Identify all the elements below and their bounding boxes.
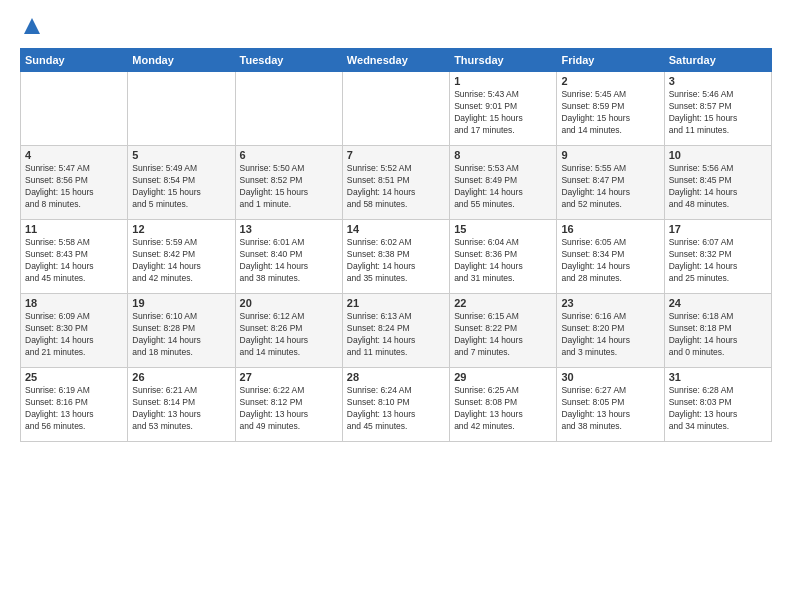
day-info: Sunrise: 5:56 AM Sunset: 8:45 PM Dayligh…	[669, 163, 767, 211]
day-info: Sunrise: 5:52 AM Sunset: 8:51 PM Dayligh…	[347, 163, 445, 211]
day-info: Sunrise: 5:59 AM Sunset: 8:42 PM Dayligh…	[132, 237, 230, 285]
header	[20, 16, 772, 36]
day-number: 3	[669, 75, 767, 87]
day-number: 10	[669, 149, 767, 161]
day-cell: 12Sunrise: 5:59 AM Sunset: 8:42 PM Dayli…	[128, 220, 235, 294]
day-number: 24	[669, 297, 767, 309]
day-number: 7	[347, 149, 445, 161]
day-number: 31	[669, 371, 767, 383]
day-info: Sunrise: 5:46 AM Sunset: 8:57 PM Dayligh…	[669, 89, 767, 137]
day-number: 4	[25, 149, 123, 161]
svg-marker-0	[24, 18, 40, 34]
day-number: 8	[454, 149, 552, 161]
day-info: Sunrise: 5:53 AM Sunset: 8:49 PM Dayligh…	[454, 163, 552, 211]
day-cell: 22Sunrise: 6:15 AM Sunset: 8:22 PM Dayli…	[450, 294, 557, 368]
day-number: 9	[561, 149, 659, 161]
day-info: Sunrise: 6:05 AM Sunset: 8:34 PM Dayligh…	[561, 237, 659, 285]
day-cell: 15Sunrise: 6:04 AM Sunset: 8:36 PM Dayli…	[450, 220, 557, 294]
day-cell: 24Sunrise: 6:18 AM Sunset: 8:18 PM Dayli…	[664, 294, 771, 368]
day-cell: 13Sunrise: 6:01 AM Sunset: 8:40 PM Dayli…	[235, 220, 342, 294]
day-cell: 21Sunrise: 6:13 AM Sunset: 8:24 PM Dayli…	[342, 294, 449, 368]
day-cell: 10Sunrise: 5:56 AM Sunset: 8:45 PM Dayli…	[664, 146, 771, 220]
day-number: 16	[561, 223, 659, 235]
day-info: Sunrise: 6:21 AM Sunset: 8:14 PM Dayligh…	[132, 385, 230, 433]
day-number: 6	[240, 149, 338, 161]
weekday-header-tuesday: Tuesday	[235, 49, 342, 72]
day-info: Sunrise: 6:28 AM Sunset: 8:03 PM Dayligh…	[669, 385, 767, 433]
day-cell: 26Sunrise: 6:21 AM Sunset: 8:14 PM Dayli…	[128, 368, 235, 442]
day-number: 11	[25, 223, 123, 235]
day-cell: 29Sunrise: 6:25 AM Sunset: 8:08 PM Dayli…	[450, 368, 557, 442]
day-info: Sunrise: 5:55 AM Sunset: 8:47 PM Dayligh…	[561, 163, 659, 211]
day-cell	[342, 72, 449, 146]
day-number: 5	[132, 149, 230, 161]
logo	[20, 16, 42, 36]
day-info: Sunrise: 5:58 AM Sunset: 8:43 PM Dayligh…	[25, 237, 123, 285]
day-info: Sunrise: 6:24 AM Sunset: 8:10 PM Dayligh…	[347, 385, 445, 433]
day-number: 30	[561, 371, 659, 383]
logo-icon	[22, 16, 42, 36]
day-info: Sunrise: 6:27 AM Sunset: 8:05 PM Dayligh…	[561, 385, 659, 433]
day-info: Sunrise: 5:45 AM Sunset: 8:59 PM Dayligh…	[561, 89, 659, 137]
day-cell	[235, 72, 342, 146]
weekday-header-sunday: Sunday	[21, 49, 128, 72]
weekday-header-thursday: Thursday	[450, 49, 557, 72]
day-cell: 3Sunrise: 5:46 AM Sunset: 8:57 PM Daylig…	[664, 72, 771, 146]
week-row-1: 1Sunrise: 5:43 AM Sunset: 9:01 PM Daylig…	[21, 72, 772, 146]
day-cell: 2Sunrise: 5:45 AM Sunset: 8:59 PM Daylig…	[557, 72, 664, 146]
day-info: Sunrise: 6:09 AM Sunset: 8:30 PM Dayligh…	[25, 311, 123, 359]
day-number: 2	[561, 75, 659, 87]
day-cell: 5Sunrise: 5:49 AM Sunset: 8:54 PM Daylig…	[128, 146, 235, 220]
week-row-4: 18Sunrise: 6:09 AM Sunset: 8:30 PM Dayli…	[21, 294, 772, 368]
day-number: 18	[25, 297, 123, 309]
day-info: Sunrise: 6:12 AM Sunset: 8:26 PM Dayligh…	[240, 311, 338, 359]
page: SundayMondayTuesdayWednesdayThursdayFrid…	[0, 0, 792, 452]
day-cell: 31Sunrise: 6:28 AM Sunset: 8:03 PM Dayli…	[664, 368, 771, 442]
day-number: 26	[132, 371, 230, 383]
day-number: 12	[132, 223, 230, 235]
day-number: 28	[347, 371, 445, 383]
weekday-header-monday: Monday	[128, 49, 235, 72]
day-info: Sunrise: 6:25 AM Sunset: 8:08 PM Dayligh…	[454, 385, 552, 433]
day-cell: 25Sunrise: 6:19 AM Sunset: 8:16 PM Dayli…	[21, 368, 128, 442]
calendar-table: SundayMondayTuesdayWednesdayThursdayFrid…	[20, 48, 772, 442]
day-number: 20	[240, 297, 338, 309]
day-info: Sunrise: 6:01 AM Sunset: 8:40 PM Dayligh…	[240, 237, 338, 285]
day-info: Sunrise: 5:47 AM Sunset: 8:56 PM Dayligh…	[25, 163, 123, 211]
week-row-3: 11Sunrise: 5:58 AM Sunset: 8:43 PM Dayli…	[21, 220, 772, 294]
day-info: Sunrise: 6:07 AM Sunset: 8:32 PM Dayligh…	[669, 237, 767, 285]
day-cell: 14Sunrise: 6:02 AM Sunset: 8:38 PM Dayli…	[342, 220, 449, 294]
day-number: 1	[454, 75, 552, 87]
day-info: Sunrise: 6:10 AM Sunset: 8:28 PM Dayligh…	[132, 311, 230, 359]
day-cell: 18Sunrise: 6:09 AM Sunset: 8:30 PM Dayli…	[21, 294, 128, 368]
day-number: 21	[347, 297, 445, 309]
day-number: 15	[454, 223, 552, 235]
day-number: 22	[454, 297, 552, 309]
day-cell: 11Sunrise: 5:58 AM Sunset: 8:43 PM Dayli…	[21, 220, 128, 294]
day-cell	[21, 72, 128, 146]
day-cell: 8Sunrise: 5:53 AM Sunset: 8:49 PM Daylig…	[450, 146, 557, 220]
day-cell: 16Sunrise: 6:05 AM Sunset: 8:34 PM Dayli…	[557, 220, 664, 294]
day-info: Sunrise: 5:50 AM Sunset: 8:52 PM Dayligh…	[240, 163, 338, 211]
weekday-header-saturday: Saturday	[664, 49, 771, 72]
day-info: Sunrise: 6:15 AM Sunset: 8:22 PM Dayligh…	[454, 311, 552, 359]
day-cell	[128, 72, 235, 146]
day-cell: 9Sunrise: 5:55 AM Sunset: 8:47 PM Daylig…	[557, 146, 664, 220]
day-info: Sunrise: 6:02 AM Sunset: 8:38 PM Dayligh…	[347, 237, 445, 285]
day-info: Sunrise: 6:18 AM Sunset: 8:18 PM Dayligh…	[669, 311, 767, 359]
week-row-5: 25Sunrise: 6:19 AM Sunset: 8:16 PM Dayli…	[21, 368, 772, 442]
day-cell: 7Sunrise: 5:52 AM Sunset: 8:51 PM Daylig…	[342, 146, 449, 220]
day-number: 17	[669, 223, 767, 235]
day-cell: 17Sunrise: 6:07 AM Sunset: 8:32 PM Dayli…	[664, 220, 771, 294]
day-cell: 23Sunrise: 6:16 AM Sunset: 8:20 PM Dayli…	[557, 294, 664, 368]
day-info: Sunrise: 6:22 AM Sunset: 8:12 PM Dayligh…	[240, 385, 338, 433]
day-cell: 30Sunrise: 6:27 AM Sunset: 8:05 PM Dayli…	[557, 368, 664, 442]
day-info: Sunrise: 5:43 AM Sunset: 9:01 PM Dayligh…	[454, 89, 552, 137]
day-info: Sunrise: 6:19 AM Sunset: 8:16 PM Dayligh…	[25, 385, 123, 433]
day-cell: 28Sunrise: 6:24 AM Sunset: 8:10 PM Dayli…	[342, 368, 449, 442]
day-number: 19	[132, 297, 230, 309]
day-number: 27	[240, 371, 338, 383]
day-info: Sunrise: 6:16 AM Sunset: 8:20 PM Dayligh…	[561, 311, 659, 359]
day-info: Sunrise: 5:49 AM Sunset: 8:54 PM Dayligh…	[132, 163, 230, 211]
day-cell: 1Sunrise: 5:43 AM Sunset: 9:01 PM Daylig…	[450, 72, 557, 146]
